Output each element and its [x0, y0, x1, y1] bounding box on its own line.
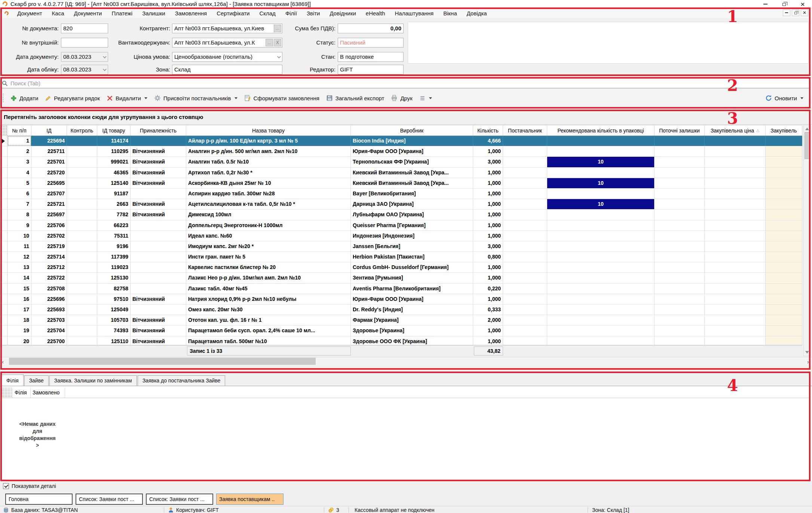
- cell[interactable]: 82758: [97, 284, 131, 294]
- table-row[interactable]: 14225722125130Лазикс Нео р-р д/ин. 10мг/…: [0, 273, 802, 283]
- редагувати-рядок-button[interactable]: Редагувати рядок: [42, 94, 103, 103]
- cell[interactable]: 225704: [31, 326, 67, 336]
- list-icon-button[interactable]: [416, 94, 435, 103]
- cell[interactable]: 1: [7, 136, 31, 146]
- cell[interactable]: [503, 199, 547, 209]
- cell[interactable]: [705, 178, 766, 188]
- cell[interactable]: [503, 336, 547, 345]
- scroll-right-icon[interactable]: ›: [807, 358, 809, 365]
- cell[interactable]: [766, 336, 802, 345]
- cell[interactable]: [655, 178, 705, 188]
- table-row[interactable]: 1522570882758Лазикс табл. 40мг №45Aventi…: [0, 284, 802, 294]
- menu-вікна[interactable]: Вікна: [438, 9, 462, 18]
- cell[interactable]: [503, 294, 547, 304]
- cell[interactable]: [766, 273, 802, 283]
- cell[interactable]: Janssen [Бельгия]: [351, 241, 473, 251]
- detail-column-header[interactable]: Замовлено: [31, 388, 65, 398]
- cell[interactable]: 7: [7, 199, 31, 209]
- cell[interactable]: [705, 199, 766, 209]
- detail-tab-4[interactable]: Заявка до постачальника Зайве: [138, 375, 226, 386]
- cell[interactable]: 9196: [97, 241, 131, 251]
- cell[interactable]: [655, 157, 705, 167]
- table-row[interactable]: 922570666223Доппельгерц Энерготоник-Н 10…: [0, 220, 802, 231]
- cell[interactable]: 0,333: [473, 305, 503, 315]
- cell[interactable]: 9: [7, 220, 31, 230]
- cell[interactable]: [705, 210, 766, 220]
- cell[interactable]: 125130: [97, 273, 131, 283]
- cell[interactable]: [766, 146, 802, 156]
- cell[interactable]: [655, 220, 705, 230]
- cell[interactable]: Юрия-Фарм ООО [Украина]: [351, 294, 473, 304]
- window-tab-1[interactable]: Головна: [5, 494, 73, 505]
- cell[interactable]: [766, 199, 802, 209]
- cell[interactable]: Карвелис пастилки блистер № 20: [186, 262, 351, 272]
- cell[interactable]: [655, 284, 705, 294]
- друк-button[interactable]: Друк: [387, 93, 416, 103]
- table-row[interactable]: 2225711110295ВітчизнянийАналгин р-р д/ин…: [0, 146, 802, 157]
- cell[interactable]: [67, 284, 97, 294]
- sum-no-vat-field[interactable]: 0,00: [338, 24, 404, 33]
- cell[interactable]: [67, 252, 97, 262]
- dropdown-caret-icon[interactable]: [235, 97, 238, 99]
- cell[interactable]: Аналгин р-р д/ин. 500 мг/мл амп. 2мл №10: [186, 146, 351, 156]
- cell[interactable]: Индонезия [Индонезия]: [351, 231, 473, 241]
- cell[interactable]: [766, 315, 802, 325]
- cell[interactable]: [547, 210, 655, 220]
- cell[interactable]: 225708: [31, 284, 67, 294]
- close-button[interactable]: ✕: [793, 0, 812, 8]
- cell[interactable]: 74393: [97, 326, 131, 336]
- cell[interactable]: Вітчизняний: [131, 336, 186, 345]
- cell[interactable]: [503, 146, 547, 156]
- cell[interactable]: 225707: [31, 189, 67, 199]
- column-header-4[interactable]: ІД товару: [97, 125, 131, 135]
- cell[interactable]: [705, 241, 766, 251]
- cell[interactable]: 1,000: [473, 189, 503, 199]
- cell[interactable]: 225697: [31, 210, 67, 220]
- cell[interactable]: Вітчизняний: [131, 294, 186, 304]
- cell[interactable]: Bayer [Великобритания]: [351, 189, 473, 199]
- cell[interactable]: [655, 241, 705, 251]
- toolbar-grip[interactable]: [2, 93, 4, 103]
- cell[interactable]: Herbion Pakistan [Пакистан]: [351, 252, 473, 262]
- cell[interactable]: 1,000: [473, 146, 503, 156]
- table-row[interactable]: 5225695125140ВітчизнянийАскорбинка-КВ ды…: [0, 178, 802, 189]
- cell[interactable]: 225703: [31, 315, 67, 325]
- cell[interactable]: 125110: [97, 336, 131, 345]
- cell[interactable]: 2663: [97, 199, 131, 209]
- cell[interactable]: [547, 220, 655, 230]
- menu-звіти[interactable]: Звіти: [302, 9, 325, 18]
- cell[interactable]: Здоровье [Украина]: [351, 326, 473, 336]
- window-tab-3[interactable]: Список: Заявки пост ...: [146, 494, 213, 505]
- cell[interactable]: [547, 252, 655, 262]
- cell[interactable]: [67, 220, 97, 230]
- menu-філії[interactable]: Філії: [281, 9, 302, 18]
- cell[interactable]: Юрия-Фарм ООО [Украина]: [351, 146, 473, 156]
- cell[interactable]: [503, 241, 547, 251]
- table-row[interactable]: 1022570275311Идеал капс. №60Индонезия [И…: [0, 231, 802, 241]
- cell[interactable]: [131, 136, 186, 146]
- column-header-9[interactable]: Постачальник: [503, 125, 547, 135]
- cell[interactable]: [67, 136, 97, 146]
- cell[interactable]: Вітчизняний: [131, 168, 186, 178]
- cell[interactable]: [67, 210, 97, 220]
- cell[interactable]: 10: [7, 231, 31, 241]
- horizontal-scroll-thumb[interactable]: [9, 358, 316, 365]
- cell[interactable]: 1,000: [473, 220, 503, 230]
- cell[interactable]: [705, 294, 766, 304]
- cell[interactable]: [766, 210, 802, 220]
- cell[interactable]: Biocon India [Индия]: [351, 136, 473, 146]
- cell[interactable]: Артихол табл. 0,2г №30 *: [186, 168, 351, 178]
- menu-документи[interactable]: Документи: [69, 9, 107, 18]
- cell[interactable]: [766, 252, 802, 262]
- cell[interactable]: [547, 189, 655, 199]
- menu-залишки[interactable]: Залишки: [137, 9, 170, 18]
- menu-ehealth[interactable]: eHealth: [361, 9, 390, 18]
- menu-склад[interactable]: Склад: [254, 9, 280, 18]
- cell[interactable]: 1,000: [473, 294, 503, 304]
- menu-налаштування[interactable]: Налаштування: [390, 9, 439, 18]
- cell[interactable]: [131, 284, 186, 294]
- cell[interactable]: 225711: [31, 146, 67, 156]
- cell[interactable]: 8: [7, 210, 31, 220]
- cell[interactable]: Вітчизняний: [131, 326, 186, 336]
- cell[interactable]: 1,000: [473, 168, 503, 178]
